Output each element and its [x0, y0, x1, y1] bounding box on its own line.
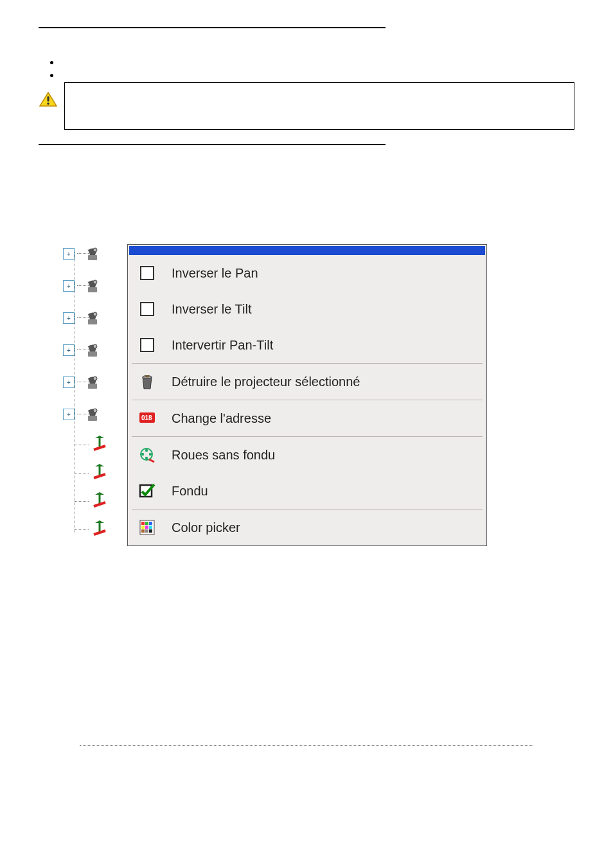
fixture-icon: [84, 309, 102, 327]
menu-item-label: Color picker: [172, 520, 240, 535]
section-underline-mid: [39, 143, 386, 145]
menu-item-color-picker[interactable]: Color picker: [128, 509, 486, 545]
svg-point-10: [93, 344, 97, 348]
address-icon: 018: [136, 407, 159, 430]
svg-point-4: [93, 248, 97, 252]
svg-marker-16: [95, 436, 104, 438]
svg-text:018: 018: [141, 414, 152, 421]
tree-fixture-row[interactable]: +: [63, 302, 121, 334]
svg-rect-40: [145, 529, 148, 533]
expand-icon[interactable]: +: [63, 248, 75, 260]
menu-item-label: Inverser le Tilt: [172, 302, 251, 317]
menu-item-label: Fondu: [172, 484, 208, 499]
menu-item-wheels-no-fade[interactable]: Roues sans fondu: [128, 437, 486, 473]
bullet-2: [60, 69, 574, 76]
tree-fixture-row[interactable]: +: [63, 334, 121, 366]
svg-point-14: [93, 409, 97, 412]
tree-fixture-row[interactable]: +: [63, 398, 121, 430]
svg-marker-18: [95, 464, 104, 466]
svg-point-30: [141, 453, 144, 456]
menu-item-invert-tilt[interactable]: Inverser le Tilt: [128, 291, 486, 327]
expand-icon[interactable]: +: [63, 344, 75, 356]
bullet-1: [60, 57, 574, 63]
tree-param-row[interactable]: [63, 430, 121, 459]
tree-fixture-row[interactable]: +: [63, 366, 121, 398]
svg-rect-1: [48, 96, 49, 102]
checkbox-unchecked-icon: [136, 261, 159, 285]
menu-item-label: Intervertir Pan-Tilt: [172, 338, 273, 353]
svg-rect-5: [88, 287, 97, 292]
svg-rect-9: [88, 351, 97, 357]
checkbox-unchecked-icon: [136, 333, 159, 357]
menu-item-label: Détruire le projecteur sélectionné: [172, 375, 360, 389]
param-icon: [91, 492, 109, 510]
svg-rect-34: [145, 522, 148, 525]
svg-rect-37: [145, 526, 148, 529]
tree-fixture-row[interactable]: +: [63, 238, 121, 270]
expand-icon[interactable]: +: [63, 312, 75, 324]
tree-param-row[interactable]: [63, 487, 121, 515]
tree-param-row[interactable]: [63, 515, 121, 544]
menu-item-delete-fixture[interactable]: Détruire le projecteur sélectionné: [128, 364, 486, 400]
svg-point-6: [93, 280, 97, 284]
page-body: + + +: [0, 0, 613, 578]
wheel-icon: [136, 443, 159, 466]
trash-icon: [136, 370, 159, 393]
menu-item-change-address[interactable]: 018 Change l'adresse: [128, 400, 486, 436]
tree-param-row[interactable]: [63, 459, 121, 487]
svg-point-27: [145, 449, 148, 452]
fixture-icon: [84, 245, 102, 263]
menu-titlebar: [129, 246, 485, 255]
param-icon: [91, 436, 109, 454]
footer-rule: [80, 745, 533, 746]
svg-rect-35: [149, 522, 152, 525]
svg-rect-7: [88, 319, 97, 324]
page-footer: [0, 745, 613, 746]
color-picker-icon: [136, 516, 159, 539]
svg-rect-3: [88, 255, 97, 260]
expand-icon[interactable]: +: [63, 376, 75, 388]
fixture-icon: [84, 341, 102, 359]
expand-icon[interactable]: +: [63, 280, 75, 292]
expand-icon[interactable]: +: [63, 409, 75, 420]
svg-point-2: [47, 103, 49, 105]
svg-point-8: [93, 312, 97, 316]
warning-icon: [39, 89, 58, 111]
svg-rect-13: [88, 416, 97, 421]
svg-rect-41: [149, 529, 152, 533]
menu-item-label: Change l'adresse: [172, 411, 271, 426]
svg-rect-38: [149, 526, 152, 529]
checkbox-unchecked-icon: [136, 297, 159, 321]
checkbox-checked-icon: [136, 479, 159, 502]
fixture-icon: [84, 405, 102, 423]
fixture-icon: [84, 277, 102, 295]
svg-point-12: [93, 376, 97, 380]
svg-marker-22: [95, 520, 104, 523]
param-icon: [91, 520, 109, 538]
svg-rect-39: [141, 529, 145, 533]
svg-marker-20: [95, 492, 104, 495]
fixture-icon: [84, 373, 102, 391]
section-underline-top: [39, 26, 386, 28]
screenshot-figure: + + +: [58, 238, 443, 578]
svg-rect-36: [141, 526, 145, 529]
svg-point-29: [145, 457, 148, 459]
tree-fixture-row[interactable]: +: [63, 270, 121, 302]
svg-point-28: [149, 453, 152, 456]
alert-box: [64, 82, 574, 130]
menu-item-label: Inverser le Pan: [172, 266, 258, 281]
param-icon: [91, 464, 109, 482]
menu-item-fade[interactable]: Fondu: [128, 473, 486, 509]
menu-item-swap-pan-tilt[interactable]: Intervertir Pan-Tilt: [128, 327, 486, 363]
svg-rect-33: [141, 522, 145, 525]
menu-item-label: Roues sans fondu: [172, 448, 275, 463]
svg-rect-11: [88, 384, 97, 389]
context-menu: Inverser le Pan Inverser le Tilt Interve…: [127, 244, 487, 546]
menu-item-invert-pan[interactable]: Inverser le Pan: [128, 255, 486, 291]
bullet-list: [51, 57, 574, 76]
tree-view[interactable]: + + +: [63, 238, 121, 544]
